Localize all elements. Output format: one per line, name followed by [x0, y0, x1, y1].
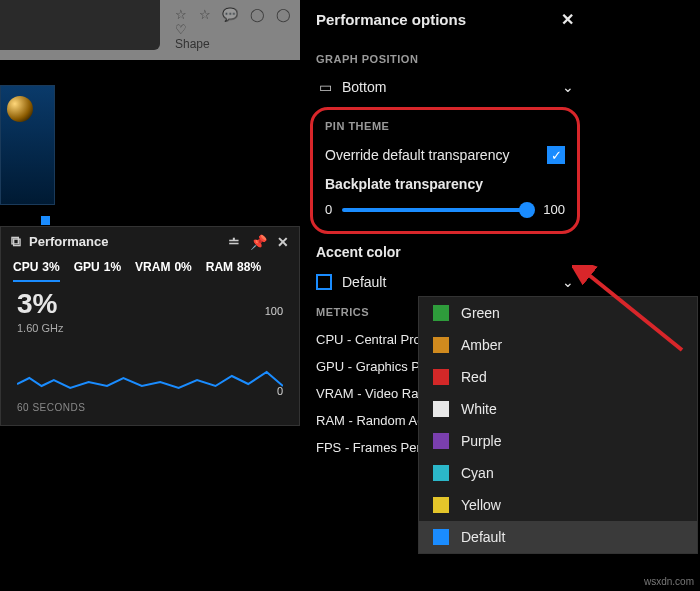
override-transparency-label: Override default transparency [325, 147, 509, 163]
watermark: wsxdn.com [644, 576, 694, 587]
slider-min: 0 [325, 202, 332, 217]
accent-option-red[interactable]: Red [419, 361, 697, 393]
backplate-transparency-slider[interactable] [342, 208, 533, 212]
section-pin-theme: PIN THEME [325, 120, 565, 132]
backplate-transparency-label: Backplate transparency [325, 176, 483, 192]
override-transparency-row[interactable]: Override default transparency ✓ [325, 140, 565, 170]
graph-position-value: Bottom [342, 79, 386, 95]
chevron-down-icon: ⌄ [562, 274, 574, 290]
accent-option-green[interactable]: Green [419, 297, 697, 329]
accent-option-cyan[interactable]: Cyan [419, 457, 697, 489]
tab-vram[interactable]: VRAM0% [135, 260, 192, 282]
accent-color-row[interactable]: Default ⌄ [316, 268, 574, 296]
swatch-yellow [433, 497, 449, 513]
slider-thumb[interactable] [519, 202, 535, 218]
tab-ram[interactable]: RAM88% [206, 260, 261, 282]
performance-widget: ⧉ Performance ≐ 📌 ✕ CPU3% GPU1% VRAM0% R… [0, 226, 300, 426]
section-accent-color: Accent color [316, 244, 574, 260]
filter-icon[interactable]: ≐ [228, 234, 240, 250]
swatch-amber [433, 337, 449, 353]
thumbnail-orb [7, 96, 33, 122]
shapes-label: Shape [175, 37, 300, 51]
accent-color-value: Default [342, 274, 386, 290]
swatch-purple [433, 433, 449, 449]
graph-position-row[interactable]: ▭Bottom ⌄ [316, 73, 574, 101]
override-transparency-checkbox[interactable]: ✓ [547, 146, 565, 164]
accent-option-amber[interactable]: Amber [419, 329, 697, 361]
swatch-red [433, 369, 449, 385]
chart-ymax: 100 [265, 305, 283, 317]
performance-footer: 60 SECONDS [1, 398, 299, 417]
accent-option-default[interactable]: Default [419, 521, 697, 553]
accent-option-yellow[interactable]: Yellow [419, 489, 697, 521]
tab-cpu[interactable]: CPU3% [13, 260, 60, 282]
background-overlay [0, 0, 160, 50]
swatch-green [433, 305, 449, 321]
performance-tabs: CPU3% GPU1% VRAM0% RAM88% [1, 256, 299, 282]
swatch-default [433, 529, 449, 545]
performance-icon: ⧉ [11, 233, 21, 250]
options-title: Performance options [316, 11, 466, 28]
accent-option-purple[interactable]: Purple [419, 425, 697, 457]
slider-max: 100 [543, 202, 565, 217]
swatch-cyan [433, 465, 449, 481]
thumbnail-check [41, 216, 50, 225]
swatch-white [433, 401, 449, 417]
performance-sub-value: 1.60 GHz [17, 322, 283, 334]
position-icon: ▭ [316, 79, 334, 95]
pin-icon[interactable]: 📌 [250, 234, 267, 250]
background-toolbar-inner: ☆ ☆ 💬 ◯ ◯ ♡ Shape [175, 7, 300, 51]
performance-titlebar[interactable]: ⧉ Performance ≐ 📌 ✕ [1, 227, 299, 256]
rating-icons: ☆ ☆ 💬 ◯ ◯ ♡ [175, 7, 300, 37]
performance-title: Performance [29, 234, 108, 249]
options-close-icon[interactable]: ✕ [561, 10, 574, 29]
accent-swatch [316, 274, 332, 290]
chevron-down-icon: ⌄ [562, 79, 574, 95]
accent-option-white[interactable]: White [419, 393, 697, 425]
performance-chart [17, 342, 283, 392]
close-icon[interactable]: ✕ [277, 234, 289, 250]
background-thumbnail: 100 [0, 85, 55, 205]
performance-big-value: 3% [17, 288, 283, 320]
accent-color-dropdown[interactable]: Green Amber Red White Purple Cyan Yellow… [418, 296, 698, 554]
section-graph-position: GRAPH POSITION [316, 53, 574, 65]
chart-ymin: 0 [277, 385, 283, 397]
tab-gpu[interactable]: GPU1% [74, 260, 121, 282]
pin-theme-highlight: PIN THEME Override default transparency … [310, 107, 580, 234]
